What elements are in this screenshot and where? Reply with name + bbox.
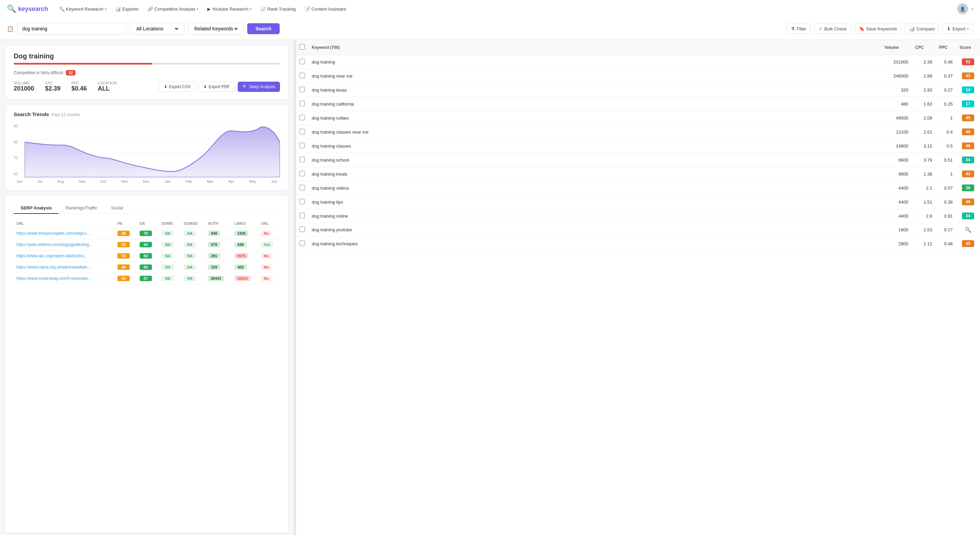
row-checkbox[interactable] <box>299 115 305 120</box>
row-checkbox-cell[interactable] <box>296 139 308 153</box>
serp-url[interactable]: https://www.rspca.org.uk/adviceandwel... <box>14 262 115 273</box>
row-checkbox[interactable] <box>299 59 305 64</box>
tab-social[interactable]: Social <box>104 202 130 214</box>
bulk-check-button[interactable]: ✓ Bulk Check <box>815 24 851 34</box>
logo[interactable]: 🔍 keysearch <box>7 5 48 13</box>
row-checkbox[interactable] <box>299 73 305 78</box>
tab-rankings-traffic[interactable]: Rankings/Traffic <box>59 202 104 214</box>
nav-item-rank-tracking[interactable]: 📈 Rank Tracking <box>257 5 299 14</box>
serp-col-domsd: DomsD <box>181 219 205 228</box>
export-csv-button[interactable]: ⬇ Export CSV <box>159 82 196 92</box>
row-checkbox[interactable] <box>299 129 305 134</box>
deep-analysis-button[interactable]: 🔍 Deep Analysis <box>238 82 280 92</box>
row-checkbox-cell[interactable] <box>296 167 308 181</box>
serp-url[interactable]: https://pets.webmd.com/dogs/guide/dog... <box>14 239 115 250</box>
keyword-score: 46 <box>956 125 980 139</box>
right-panel: Keyword (700) Volume CPC PPC Score <box>296 40 980 535</box>
row-checkbox[interactable] <box>299 157 305 162</box>
row-checkbox-cell[interactable] <box>296 125 308 139</box>
keyword-ppc: 0.57 <box>935 181 956 195</box>
row-checkbox-cell[interactable] <box>296 237 308 251</box>
compare-button[interactable]: 📊 Compare <box>905 24 939 34</box>
user-avatar[interactable]: 👤 <box>957 3 968 14</box>
nav-label-content-assistant: Content Assistant <box>312 6 346 12</box>
row-checkbox-cell[interactable] <box>296 55 308 69</box>
keywords-table: Keyword (700) Volume CPC PPC Score <box>296 40 980 251</box>
search-type-dropdown[interactable]: Related Keywords Exact Match Phrase Matc… <box>188 22 244 35</box>
col-select-all[interactable] <box>296 40 308 55</box>
row-checkbox[interactable] <box>299 213 305 218</box>
row-checkbox-cell[interactable] <box>296 181 308 195</box>
keyword-ppc: 0.38 <box>935 195 956 209</box>
serp-url-flag: No <box>258 262 280 273</box>
search-input[interactable] <box>17 23 126 35</box>
save-keywords-button[interactable]: 🔖 Save Keywords <box>855 24 902 34</box>
serp-url-flag: No <box>258 228 280 239</box>
list-item: dog training techniques 2900 1.11 0.48 4… <box>296 237 980 251</box>
row-checkbox-cell[interactable] <box>296 83 308 97</box>
table-row: https://pets.webmd.com/dogs/guide/dog...… <box>14 239 280 250</box>
keyword-volume: 12100 <box>881 125 912 139</box>
analysis-icon: 🔍 <box>242 84 248 89</box>
row-checkbox-cell[interactable] <box>296 97 308 111</box>
nav-item-keyword-research[interactable]: 🔍 Keyword Research ▾ <box>56 5 110 14</box>
keyword-name: dog training near me <box>308 69 881 83</box>
search-button[interactable]: Search <box>247 23 280 34</box>
keyword-score-badge: 46 <box>962 142 974 149</box>
export-chevron-icon: ▾ <box>967 27 969 31</box>
row-checkbox[interactable] <box>299 199 305 204</box>
search-type-select[interactable]: Related Keywords Exact Match Phrase Matc… <box>193 25 239 32</box>
youtube-icon: ▶ <box>207 6 211 12</box>
keyword-cpc: 1.51 <box>912 195 935 209</box>
location-select[interactable]: All Locations United States United Kingd… <box>135 25 179 32</box>
row-checkbox-cell[interactable] <box>296 195 308 209</box>
nav-item-explorer[interactable]: 📊 Explorer <box>112 5 142 14</box>
row-checkbox[interactable] <box>299 143 305 148</box>
nav-item-youtube-research[interactable]: ▶ Youtube Research ▾ <box>204 5 255 14</box>
keyword-score-badge: 45 <box>962 115 974 121</box>
row-checkbox-cell[interactable] <box>296 111 308 125</box>
select-all-checkbox[interactable] <box>299 44 305 49</box>
keyword-score-badge: 52 <box>962 59 974 65</box>
clipboard-icon[interactable]: 📋 <box>7 25 14 32</box>
filter-button[interactable]: ⚗ Filter <box>786 24 811 34</box>
chevron-down-icon-3: ▾ <box>250 7 252 11</box>
keyword-search-icon[interactable]: 🔍 <box>965 227 972 232</box>
keyword-score: 46 <box>956 139 980 153</box>
nav-item-content-assistant[interactable]: 📝 Content Assistant <box>301 5 349 14</box>
nav-item-competitive-analysis[interactable]: 🔗 Competitive Analysis ▾ <box>144 5 202 14</box>
serp-url[interactable]: https://www.thesprucepets.com/steps-t... <box>14 228 115 239</box>
keyword-cpc: 2.61 <box>912 125 935 139</box>
keyword-score-badge: 43 <box>962 72 974 79</box>
avatar-chevron-icon[interactable]: ▾ <box>972 7 973 11</box>
serp-pa: 46 <box>115 262 137 273</box>
serp-url[interactable]: https://www.cesarsway.com/5-essential... <box>14 273 115 284</box>
trending-icon: 📈 <box>261 6 266 12</box>
row-checkbox-cell[interactable] <box>296 209 308 223</box>
nav-label-competitive-analysis: Competitive Analysis <box>154 6 195 12</box>
keyword-volume: 49500 <box>881 111 912 125</box>
serp-domsd: NA <box>181 262 205 273</box>
row-checkbox-cell[interactable] <box>296 69 308 83</box>
keyword-ppc: 0.48 <box>935 237 956 251</box>
row-checkbox[interactable] <box>299 171 305 176</box>
row-checkbox[interactable] <box>299 240 305 246</box>
row-checkbox[interactable] <box>299 226 305 232</box>
export-button[interactable]: ⬇ Export ▾ <box>942 24 973 34</box>
main-layout: Dog training Competition is fairly diffi… <box>0 40 980 535</box>
row-checkbox-cell[interactable] <box>296 153 308 167</box>
download-icon: ⬇ <box>164 84 167 89</box>
serp-da: 67 <box>137 273 159 284</box>
export-pdf-button[interactable]: ⬇ Export PDF <box>198 82 235 92</box>
tab-serp-analysis[interactable]: SERP Analysis <box>14 202 59 214</box>
row-checkbox-cell[interactable] <box>296 223 308 237</box>
row-checkbox[interactable] <box>299 185 305 190</box>
location-dropdown[interactable]: All Locations United States United Kingd… <box>130 22 185 35</box>
row-checkbox[interactable] <box>299 87 305 92</box>
chart-card: Search Trends Past 12 months 90 80 70 60 <box>5 105 288 190</box>
chart-area <box>25 123 280 177</box>
row-checkbox[interactable] <box>299 101 305 106</box>
serp-url[interactable]: https://www.akc.org/expert-advice/tra... <box>14 250 115 262</box>
serp-da: 94 <box>137 239 159 250</box>
keyword-score-badge: 17 <box>962 100 974 107</box>
